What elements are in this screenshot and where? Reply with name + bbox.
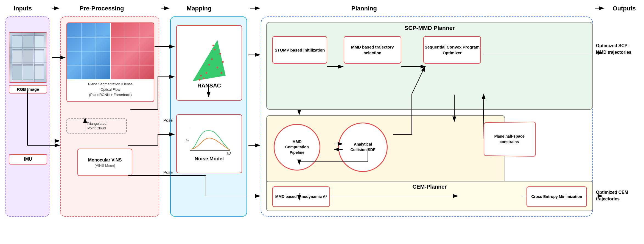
planning-label: Planning bbox=[351, 5, 377, 12]
mmd-area-box: MMDComputationPipeline AnalyticalCollisi… bbox=[266, 115, 505, 192]
cem-title: CEM-Planner bbox=[413, 184, 447, 190]
svg-text:p_f: p_f bbox=[227, 152, 231, 155]
stomp-box: STOMP based initilization bbox=[272, 36, 327, 64]
svg-marker-0 bbox=[193, 40, 226, 81]
imu-label: IMU bbox=[9, 154, 47, 164]
monocular-vins-box: Monocular VINS (VINS Mono) bbox=[77, 149, 132, 176]
preprocessing-label: Pre-Processing bbox=[80, 5, 124, 12]
cem-planner-box: CEM-Planner MMD based Kinodynamic A* Cro… bbox=[266, 181, 593, 211]
plane-halfspace-box: Plane half-spaceconstrains bbox=[484, 122, 536, 157]
inputs-box: RGB Image IMU bbox=[5, 16, 49, 217]
mapping-box: RANSAC p₀ p_f Noise Model bbox=[170, 16, 247, 217]
mmd-kinodynamic-box: MMD based Kinodynamic A* bbox=[272, 186, 330, 207]
mmd-traj-box: MMD based trajectory selection bbox=[344, 36, 401, 64]
ransac-triangle-svg bbox=[190, 37, 228, 83]
svg-point-11 bbox=[199, 79, 200, 81]
output-scp-label: Optimized SCP-MMD trajectories bbox=[596, 42, 636, 56]
rgb-image-display bbox=[9, 32, 47, 83]
cross-entropy-box: Cross Entropy Minimization bbox=[527, 186, 587, 207]
triangulated-label: TriangulatedPoint Cloud bbox=[66, 118, 127, 134]
mmd-computation-circle: MMDComputationPipeline bbox=[274, 124, 320, 171]
ransac-label: RANSAC bbox=[197, 83, 221, 89]
outputs-label: Outputs bbox=[613, 5, 636, 12]
svg-point-2 bbox=[217, 67, 218, 68]
noise-model-chart: p₀ p_f bbox=[184, 126, 234, 156]
scp-mmd-box: SCP-MMD Planner STOMP based initilizatio… bbox=[266, 22, 593, 110]
seq-convex-box: Sequential Convex Program Optimizer bbox=[423, 36, 481, 64]
svg-point-9 bbox=[203, 78, 205, 79]
svg-point-3 bbox=[206, 72, 207, 74]
output-cem-label: Optimized CEM trajectories bbox=[596, 189, 636, 202]
plane-seg-label: Plane Segmentation+DenseOptical Flow(Pla… bbox=[67, 79, 154, 100]
diagram-container: Inputs Pre-Processing Mapping Planning O… bbox=[0, 0, 644, 244]
preprocessing-box: Plane Segmentation+DenseOptical Flow(Pla… bbox=[60, 16, 159, 217]
svg-point-8 bbox=[208, 64, 210, 66]
svg-point-4 bbox=[219, 53, 221, 55]
svg-point-5 bbox=[214, 49, 215, 50]
ransac-box: RANSAC bbox=[176, 25, 242, 101]
plane-seg-box: Plane Segmentation+DenseOptical Flow(Pla… bbox=[66, 22, 154, 102]
inputs-label: Inputs bbox=[14, 5, 32, 12]
svg-text:p₀: p₀ bbox=[186, 138, 189, 141]
mapping-label: Mapping bbox=[187, 5, 211, 12]
scp-mmd-title: SCP-MMD Planner bbox=[267, 25, 592, 31]
svg-point-12 bbox=[212, 45, 214, 46]
noise-model-box: p₀ p_f Noise Model bbox=[176, 114, 242, 173]
analytical-collision-circle: AnalyticalCollision SDF bbox=[338, 123, 388, 172]
rgb-image-label: RGB Image bbox=[9, 85, 47, 93]
svg-point-1 bbox=[211, 58, 213, 60]
svg-point-7 bbox=[222, 61, 224, 63]
noise-model-label: Noise Model bbox=[195, 156, 224, 162]
svg-point-10 bbox=[221, 72, 222, 74]
svg-point-6 bbox=[200, 75, 202, 76]
pose-label-1: Pose bbox=[163, 118, 173, 123]
pose-label-2: Pose bbox=[163, 170, 173, 175]
